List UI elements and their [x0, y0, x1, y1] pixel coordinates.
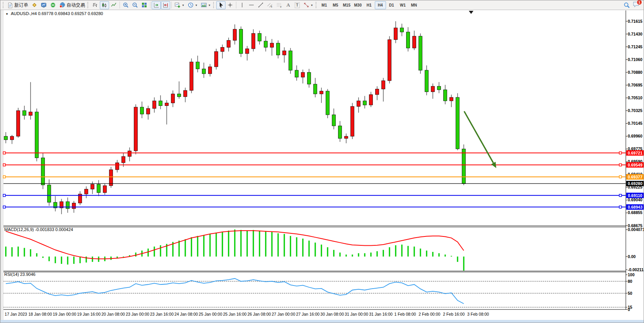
- market-quotes-button[interactable]: [30, 1, 39, 9]
- rsi-indicator-label: RSI(14) 23.9046: [4, 272, 36, 277]
- bull-candle: [103, 186, 107, 193]
- line-handle[interactable]: [3, 152, 5, 154]
- price-tick-label: 0.70510: [628, 95, 642, 100]
- line-handle[interactable]: [619, 206, 622, 208]
- annotation-arrow[interactable]: [464, 111, 494, 163]
- timeframe-button-h1[interactable]: H1: [364, 1, 375, 9]
- line-handle[interactable]: [3, 164, 5, 166]
- chart-canvas[interactable]: 0.716150.714300.712450.710600.708800.706…: [0, 0, 644, 323]
- line-chart-button[interactable]: [109, 1, 118, 9]
- macd-histogram-bar: [314, 243, 316, 257]
- horizontal-line-tool-button[interactable]: [247, 1, 256, 9]
- market-watch-button[interactable]: [39, 1, 48, 9]
- zoom-in-button[interactable]: [121, 1, 130, 9]
- line-handle[interactable]: [3, 194, 5, 197]
- x-axis-date-label: 17 Jan 2023: [5, 312, 27, 316]
- equidistant-channel-tool-button[interactable]: E: [265, 1, 275, 9]
- bull-candle: [413, 36, 416, 48]
- auto-trading-button[interactable]: 自动交易: [58, 1, 87, 9]
- rsi-axis-label: 50: [628, 291, 632, 296]
- price-tick-label: 0.71615: [628, 19, 642, 24]
- macd-histogram-bar: [302, 239, 303, 257]
- toolbar-grip: [213, 2, 215, 8]
- chart-shift-marker[interactable]: [469, 11, 473, 14]
- chart-menu-arrow-icon[interactable]: ▼: [5, 12, 9, 16]
- line-handle[interactable]: [619, 176, 622, 178]
- bull-candle: [10, 136, 14, 140]
- bull-candle: [369, 95, 373, 105]
- bear-candle: [307, 72, 311, 84]
- timeframe-button-h4[interactable]: H4: [375, 1, 386, 9]
- bear-candle: [159, 101, 162, 106]
- window-bottom-edge: [0, 320, 644, 323]
- line-handle[interactable]: [619, 164, 622, 166]
- arrows-tool-button[interactable]: ▼: [302, 1, 315, 9]
- macd-histogram-bar: [92, 257, 93, 262]
- macd-histogram-bar: [42, 257, 43, 258]
- new-chart-button[interactable]: ▼: [173, 1, 186, 9]
- candlestick-chart-button[interactable]: [100, 1, 109, 9]
- bull-candle: [190, 62, 193, 90]
- macd-histogram-bar: [48, 257, 50, 261]
- text-tool-button[interactable]: A: [284, 1, 293, 9]
- macd-histogram-bar: [178, 241, 179, 257]
- timeframe-button-w1[interactable]: W1: [397, 1, 408, 9]
- price-tick-label: 0.70880: [628, 70, 642, 75]
- text-label-tool-button[interactable]: T: [293, 1, 302, 9]
- bull-candle: [227, 40, 231, 47]
- timeframe-button-m15[interactable]: M15: [341, 1, 352, 9]
- search-button[interactable]: [622, 1, 632, 9]
- bull-candle: [184, 90, 187, 97]
- macd-histogram-bar: [184, 239, 186, 257]
- crosshair-tool-button[interactable]: [225, 1, 235, 9]
- bear-candle: [332, 115, 336, 126]
- templates-button[interactable]: ▼: [199, 1, 212, 9]
- bear-candle: [425, 70, 429, 92]
- line-handle[interactable]: [3, 176, 5, 178]
- line-handle[interactable]: [3, 206, 5, 208]
- bull-candle: [221, 47, 224, 51]
- macd-histogram-bar: [222, 232, 223, 257]
- macd-histogram-bar: [401, 245, 402, 257]
- bull-candle: [91, 184, 94, 189]
- toolbar: 新订单 自动交易: [0, 0, 644, 10]
- bear-candle: [66, 202, 70, 209]
- bull-candle: [122, 156, 125, 163]
- x-axis-date-label: 23 Jan 16:00: [150, 312, 174, 316]
- chart-shift-button[interactable]: [161, 1, 170, 9]
- bull-candle: [208, 67, 212, 74]
- new-order-label: 新订单: [14, 2, 28, 8]
- bull-candle: [345, 136, 348, 138]
- tile-windows-button[interactable]: [140, 1, 149, 9]
- bear-candle: [178, 94, 181, 97]
- vertical-line-tool-button[interactable]: [237, 1, 247, 9]
- macd-histogram-bar: [5, 246, 6, 257]
- periods-button[interactable]: ▼: [186, 1, 199, 9]
- bear-candle: [407, 32, 410, 48]
- x-axis-date-label: 2 Feb 16:00: [443, 312, 465, 316]
- timeframe-button-mn[interactable]: MN: [408, 1, 420, 9]
- fibonacci-tool-button[interactable]: F: [275, 1, 284, 9]
- timeframe-button-m30[interactable]: M30: [352, 1, 364, 9]
- bear-candle: [35, 112, 39, 158]
- bear-candle: [437, 86, 441, 90]
- x-axis-date-label: 27 Jan 16:00: [296, 312, 319, 316]
- timeframe-button-m1[interactable]: M1: [319, 1, 330, 9]
- timeframe-button-m5[interactable]: M5: [330, 1, 341, 9]
- signals-button[interactable]: [48, 1, 58, 9]
- notifications-button[interactable]: 1: [632, 1, 640, 9]
- x-axis-date-label: 25 Jan 16:00: [223, 312, 247, 316]
- line-handle[interactable]: [619, 152, 622, 154]
- auto-scroll-button[interactable]: [152, 1, 161, 9]
- zoom-out-button[interactable]: [130, 1, 140, 9]
- line-handle[interactable]: [619, 194, 622, 197]
- bar-chart-button[interactable]: [91, 1, 100, 9]
- bear-candle: [48, 185, 51, 202]
- toolbar-separator: [120, 2, 120, 8]
- timeframe-button-d1[interactable]: D1: [386, 1, 397, 9]
- macd-histogram-bar: [191, 237, 192, 257]
- cursor-tool-button[interactable]: [216, 1, 225, 9]
- trendline-tool-button[interactable]: [256, 1, 265, 9]
- zoom-out-icon: [132, 2, 138, 8]
- new-order-button[interactable]: 新订单: [6, 1, 30, 9]
